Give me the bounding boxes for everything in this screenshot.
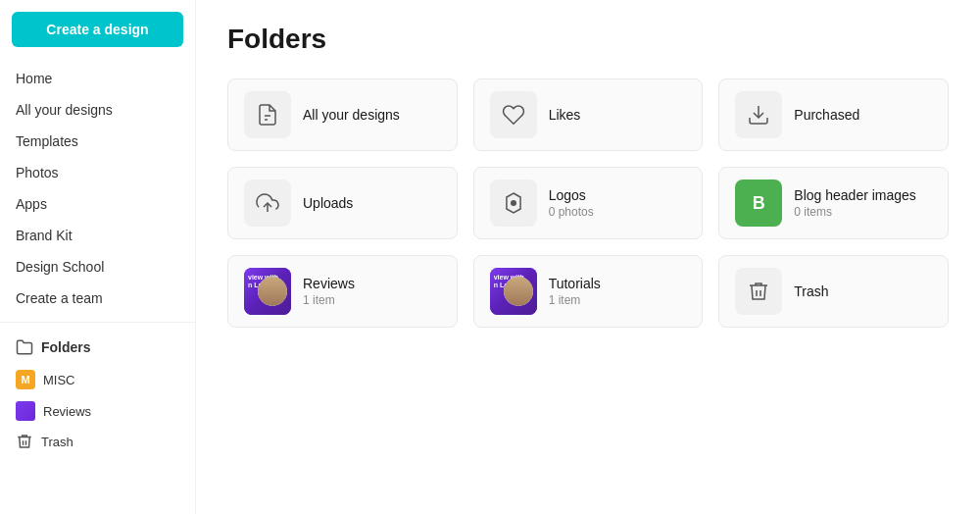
folder-info-all-designs: All your designs [303, 107, 400, 123]
sidebar-folder-trash[interactable]: Trash [0, 427, 195, 456]
folder-card-reviews[interactable]: view withn Ladas Reviews 1 item [227, 255, 458, 328]
sidebar-item-photos[interactable]: Photos [0, 157, 195, 188]
folder-card-likes[interactable]: Likes [473, 78, 704, 151]
folder-name: Blog header images [794, 187, 916, 203]
apps-label: Apps [16, 196, 47, 212]
folder-name: Purchased [794, 107, 859, 123]
sidebar-item-home[interactable]: Home [0, 63, 195, 94]
folder-count: 0 photos [549, 205, 594, 219]
hex-icon-box [490, 180, 537, 227]
folder-name: Reviews [303, 276, 355, 291]
sidebar-item-all-designs[interactable]: All your designs [0, 94, 195, 126]
folder-info-logos: Logos 0 photos [549, 187, 594, 219]
folder-card-logos[interactable]: Logos 0 photos [473, 167, 704, 239]
home-label: Home [16, 71, 52, 86]
main-content: Folders All your designs [196, 0, 980, 514]
sidebar-folder-misc[interactable]: M MISC [0, 364, 195, 395]
folder-name: Tutorials [549, 276, 601, 291]
brand-kit-label: Brand Kit [16, 228, 73, 243]
sidebar-divider [0, 322, 195, 323]
sidebar-folder-reviews[interactable]: Reviews [0, 395, 195, 427]
folder-info-tutorials: Tutorials 1 item [549, 276, 601, 307]
sidebar-item-brand-kit[interactable]: Brand Kit [0, 220, 195, 251]
photos-label: Photos [16, 165, 59, 180]
folder-name: Trash [794, 283, 828, 299]
folder-card-uploads[interactable]: Uploads [227, 167, 458, 239]
misc-badge: M [16, 370, 35, 389]
create-design-button[interactable]: Create a design [12, 12, 183, 47]
folder-card-blog-header[interactable]: B Blog header images 0 items [718, 167, 949, 239]
sidebar-item-apps[interactable]: Apps [0, 188, 195, 220]
sidebar: Create a design Home All your designs Te… [0, 0, 196, 514]
folders-section-header: Folders [0, 331, 195, 364]
all-designs-label: All your designs [16, 102, 113, 118]
create-team-label: Create a team [16, 290, 103, 306]
sidebar-item-templates[interactable]: Templates [0, 126, 195, 157]
tutorials-thumbnail-box: view withn Ladas [490, 268, 537, 315]
folder-info-purchased: Purchased [794, 107, 859, 123]
folder-open-icon [16, 338, 33, 356]
folder-card-purchased[interactable]: Purchased [718, 78, 949, 151]
folder-info-trash: Trash [794, 283, 828, 299]
trash-icon-box [735, 268, 782, 315]
sidebar-item-create-team[interactable]: Create a team [0, 283, 195, 314]
folders-grid: All your designs Likes [227, 78, 949, 328]
templates-label: Templates [16, 133, 78, 149]
folder-count: 0 items [794, 205, 916, 219]
reviews-badge [16, 401, 35, 421]
folder-card-all-designs[interactable]: All your designs [227, 78, 458, 151]
folder-card-tutorials[interactable]: view withn Ladas Tutorials 1 item [473, 255, 704, 328]
folder-name: All your designs [303, 107, 400, 123]
folder-info-uploads: Uploads [303, 195, 353, 211]
upload-icon-box [244, 180, 291, 227]
page-title: Folders [227, 24, 949, 55]
folder-info-blog-header: Blog header images 0 items [794, 187, 916, 219]
folder-count: 1 item [549, 293, 601, 307]
folder-card-trash[interactable]: Trash [718, 255, 949, 328]
file-icon-box [244, 91, 291, 138]
folder-count: 1 item [303, 293, 355, 307]
trash-icon-sidebar [16, 433, 33, 450]
sidebar-item-design-school[interactable]: Design School [0, 251, 195, 283]
folder-name: Likes [549, 107, 581, 123]
reviews-thumbnail-box: view withn Ladas [244, 268, 291, 315]
download-icon-box [735, 91, 782, 138]
folder-name: Logos [549, 187, 594, 203]
svg-point-5 [511, 200, 516, 206]
heart-icon-box [490, 91, 537, 138]
folder-name: Uploads [303, 195, 353, 211]
folder-info-reviews: Reviews 1 item [303, 276, 355, 307]
folder-info-likes: Likes [549, 107, 581, 123]
blog-header-icon-box: B [735, 180, 782, 227]
design-school-label: Design School [16, 259, 104, 275]
